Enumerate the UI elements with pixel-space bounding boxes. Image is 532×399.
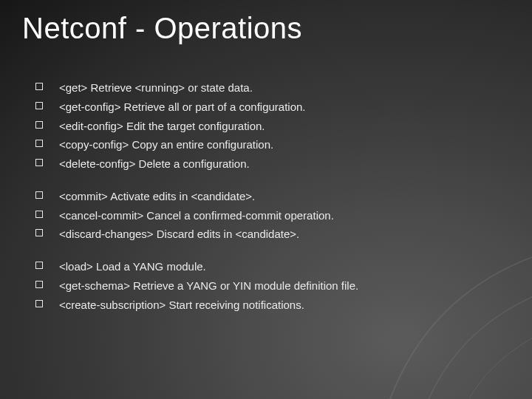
list-item: <discard-changes> Discard edits in <cand… bbox=[35, 226, 502, 242]
list-item: <edit-config> Edit the target configurat… bbox=[35, 118, 502, 134]
list-item-text: <create-subscription> Start receiving no… bbox=[59, 297, 502, 313]
page-title: Netconf - Operations bbox=[22, 12, 302, 45]
square-bullet-icon bbox=[35, 262, 43, 269]
list-item-text: <edit-config> Edit the target configurat… bbox=[59, 118, 502, 134]
list-item-text: <delete-config> Delete a configuration. bbox=[59, 156, 502, 172]
list-item: <get-schema> Retrieve a YANG or YIN modu… bbox=[35, 278, 502, 294]
list-item: <delete-config> Delete a configuration. bbox=[35, 156, 502, 172]
content-area: <get> Retrieve <running> or state data. … bbox=[35, 80, 502, 329]
bullet-group: <load> Load a YANG module. <get-schema> … bbox=[35, 259, 502, 313]
list-item: <get> Retrieve <running> or state data. bbox=[35, 80, 502, 96]
square-bullet-icon bbox=[35, 140, 43, 147]
list-item-text: <get-schema> Retrieve a YANG or YIN modu… bbox=[59, 278, 502, 294]
list-item-text: <get-config> Retrieve all or part of a c… bbox=[59, 99, 502, 115]
list-item-text: <commit> Activate edits in <candidate>. bbox=[59, 188, 502, 205]
list-item: <commit> Activate edits in <candidate>. bbox=[35, 188, 502, 205]
square-bullet-icon bbox=[35, 102, 43, 109]
square-bullet-icon bbox=[35, 229, 43, 236]
square-bullet-icon bbox=[35, 300, 43, 307]
square-bullet-icon bbox=[35, 281, 43, 288]
square-bullet-icon bbox=[35, 121, 43, 129]
bullet-group: <get> Retrieve <running> or state data. … bbox=[35, 80, 502, 172]
bullet-group: <commit> Activate edits in <candidate>. … bbox=[35, 188, 502, 242]
list-item: <copy-config> Copy an entire configurati… bbox=[35, 137, 502, 153]
square-bullet-icon bbox=[35, 83, 43, 90]
list-item: <cancel-commit> Cancel a confirmed-commi… bbox=[35, 208, 502, 224]
square-bullet-icon bbox=[35, 211, 43, 218]
list-item-text: <get> Retrieve <running> or state data. bbox=[59, 80, 502, 96]
list-item-text: <discard-changes> Discard edits in <cand… bbox=[59, 226, 502, 242]
square-bullet-icon bbox=[35, 191, 43, 199]
list-item-text: <load> Load a YANG module. bbox=[59, 259, 502, 275]
list-item-text: <cancel-commit> Cancel a confirmed-commi… bbox=[59, 208, 502, 224]
list-item: <load> Load a YANG module. bbox=[35, 259, 502, 275]
square-bullet-icon bbox=[35, 159, 43, 166]
slide: Netconf - Operations <get> Retrieve <run… bbox=[0, 0, 532, 399]
list-item-text: <copy-config> Copy an entire configurati… bbox=[59, 137, 502, 153]
list-item: <get-config> Retrieve all or part of a c… bbox=[35, 99, 502, 115]
list-item: <create-subscription> Start receiving no… bbox=[35, 297, 502, 313]
